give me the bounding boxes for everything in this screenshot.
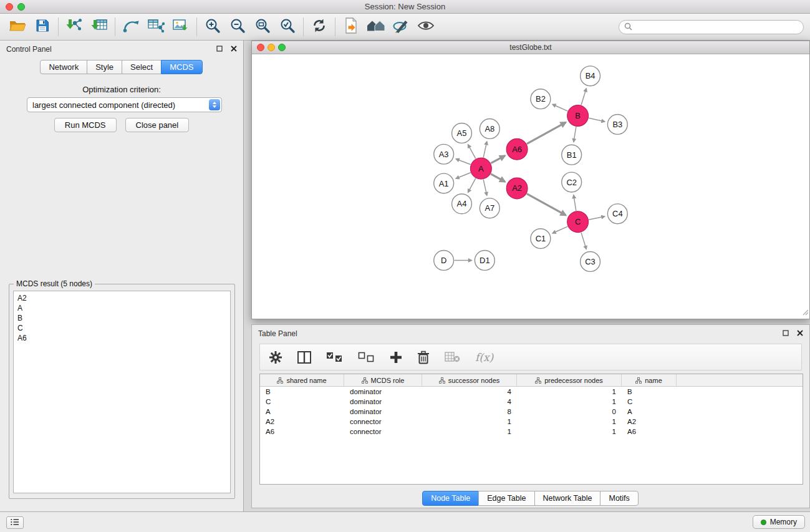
graph-node-B2[interactable]: B2: [531, 89, 551, 109]
graph-node-A7[interactable]: A7: [480, 198, 499, 218]
tab-select[interactable]: Select: [122, 60, 162, 74]
table-cell[interactable]: C: [260, 398, 344, 405]
select-all-button[interactable]: [326, 352, 343, 363]
graph-node-D[interactable]: D: [434, 251, 454, 271]
zoom-selected-button[interactable]: [275, 16, 300, 38]
network-canvas[interactable]: B4B2BB3A5A8A6B1A3AA1A2C2A4A7C4CC1C3DD1: [252, 55, 809, 319]
result-item[interactable]: A6: [17, 333, 226, 343]
graph-edge-A-A1[interactable]: [456, 173, 471, 178]
result-item[interactable]: A: [17, 303, 226, 313]
graph-edge-A-A4[interactable]: [468, 178, 475, 193]
table-cell[interactable]: dominator: [344, 388, 422, 395]
graph-node-C[interactable]: C: [567, 211, 589, 233]
add-row-button[interactable]: [390, 351, 402, 364]
table-row[interactable]: Adominator80A: [260, 407, 803, 417]
zoom-window-button[interactable]: [17, 3, 25, 11]
table-cell[interactable]: A2: [260, 418, 344, 425]
graph-edge-C-C3[interactable]: [581, 233, 586, 249]
deselect-all-button[interactable]: [358, 352, 375, 363]
graph-node-C1[interactable]: C1: [531, 229, 551, 249]
graph-edge-A-A3[interactable]: [456, 159, 470, 165]
table-row[interactable]: Bdominator41B: [260, 387, 803, 397]
network-from-url-button[interactable]: [118, 16, 143, 38]
graph-edge-A-A8[interactable]: [483, 142, 487, 158]
tab-mcds[interactable]: MCDS: [161, 60, 202, 74]
table-cell[interactable]: dominator: [344, 398, 422, 405]
result-item[interactable]: B: [17, 313, 226, 323]
show-graphics-details-button[interactable]: [413, 16, 438, 38]
graph-node-D1[interactable]: D1: [475, 251, 494, 271]
tab-node-table[interactable]: Node Table: [422, 491, 479, 506]
run-mcds-button[interactable]: Run MCDS: [54, 118, 117, 132]
table-row[interactable]: Cdominator41C: [260, 397, 803, 407]
tab-motifs[interactable]: Motifs: [600, 491, 638, 506]
table-cell[interactable]: 1: [422, 418, 517, 425]
save-session-button[interactable]: [30, 16, 55, 38]
table-cell[interactable]: 0: [517, 408, 622, 415]
network-window-titlebar[interactable]: testGlobe.txt: [252, 41, 809, 54]
graph-edge-B-B4[interactable]: [581, 89, 586, 105]
graph-node-A2[interactable]: A2: [506, 178, 528, 199]
graph-edge-A-A5[interactable]: [468, 145, 475, 159]
result-item[interactable]: A2: [17, 293, 226, 303]
search-input[interactable]: [635, 22, 803, 33]
float-panel-icon[interactable]: [216, 45, 223, 54]
split-columns-button[interactable]: [297, 351, 311, 364]
graph-node-C3[interactable]: C3: [581, 252, 600, 272]
tab-edge-table[interactable]: Edge Table: [478, 491, 534, 506]
table-row[interactable]: A6connector11A6: [260, 427, 803, 437]
table-cell[interactable]: A6: [260, 428, 344, 435]
graph-edge-A-A7[interactable]: [483, 180, 487, 196]
import-table-button[interactable]: [87, 16, 112, 38]
graph-node-B[interactable]: B: [567, 105, 589, 127]
graph-node-C4[interactable]: C4: [607, 204, 627, 224]
table-cell[interactable]: 1: [517, 388, 622, 395]
graph-edge-C-C2[interactable]: [574, 195, 576, 211]
search-field[interactable]: [619, 20, 804, 34]
table-cell[interactable]: 8: [422, 408, 517, 415]
clear-table-button[interactable]: [445, 352, 460, 362]
column-header[interactable]: name: [622, 374, 677, 386]
graph-node-A4[interactable]: A4: [452, 194, 472, 214]
graph-edge-B-B1[interactable]: [574, 127, 576, 142]
export-image-button[interactable]: [168, 16, 193, 38]
refresh-button[interactable]: [307, 16, 332, 38]
column-header[interactable]: MCDS role: [344, 374, 422, 386]
table-cell[interactable]: A6: [622, 428, 677, 435]
graph-edge-A2-C[interactable]: [527, 194, 566, 216]
graph-edge-B-B3[interactable]: [589, 118, 605, 122]
graph-edge-C-C4[interactable]: [589, 216, 605, 220]
mcds-result-list[interactable]: A2ABCA6: [13, 291, 231, 493]
graph-edge-B-B2[interactable]: [552, 104, 567, 111]
table-cell[interactable]: connector: [344, 428, 422, 435]
graph-node-A8[interactable]: A8: [480, 119, 499, 139]
graph-edge-A6-B[interactable]: [527, 122, 566, 144]
import-network-button[interactable]: [62, 16, 87, 38]
float-table-panel-icon[interactable]: [783, 329, 789, 338]
table-cell[interactable]: A: [622, 408, 677, 415]
close-window-button[interactable]: [6, 3, 13, 11]
apply-function-button[interactable]: f(x): [475, 351, 493, 364]
zoom-out-button[interactable]: [225, 16, 250, 38]
result-item[interactable]: C: [17, 323, 226, 333]
column-header[interactable]: successor nodes: [422, 374, 517, 386]
table-cell[interactable]: B: [622, 388, 677, 395]
close-network-window-button[interactable]: [257, 44, 264, 51]
graph-node-A5[interactable]: A5: [452, 123, 472, 143]
optimization-criterion-dropdown[interactable]: largest connected component (directed): [27, 97, 222, 112]
network-graph[interactable]: B4B2BB3A5A8A6B1A3AA1A2C2A4A7C4CC1C3DD1: [252, 55, 809, 319]
graph-node-B4[interactable]: B4: [581, 66, 600, 86]
zoom-fit-button[interactable]: [250, 16, 275, 38]
tab-network-table[interactable]: Network Table: [534, 491, 601, 506]
table-cell[interactable]: A: [260, 408, 344, 415]
table-cell[interactable]: 1: [422, 428, 517, 435]
graph-node-C2[interactable]: C2: [562, 172, 582, 192]
minimize-network-window-button[interactable]: [268, 44, 275, 51]
graph-edge-A-A6[interactable]: [491, 156, 505, 163]
graph-node-A3[interactable]: A3: [434, 144, 454, 164]
table-cell[interactable]: 1: [517, 398, 622, 405]
resize-grip-icon[interactable]: [801, 307, 809, 318]
delete-row-button[interactable]: [417, 351, 430, 364]
tab-style[interactable]: Style: [87, 60, 122, 74]
table-cell[interactable]: 4: [422, 388, 517, 395]
